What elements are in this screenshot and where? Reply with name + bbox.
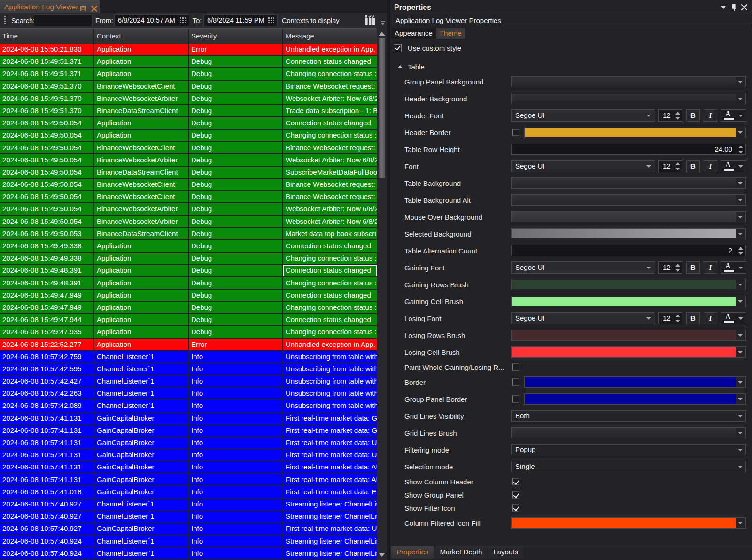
cell-context[interactable]: ChannelListener`1 [94, 548, 189, 559]
combobox-dropdown-icon[interactable] [738, 216, 743, 218]
cell-time[interactable]: 2024-06-08 15:49:50.054 [0, 117, 94, 129]
cell-message[interactable]: First real-time market data: GB [283, 425, 377, 436]
numeric-spinner[interactable] [738, 247, 743, 255]
table-row[interactable]: 2024-06-08 10:57:40.927GainCapitalBroker… [0, 523, 377, 535]
table-row[interactable]: 2024-06-08 15:49:47.949ApplicationDebugC… [0, 290, 377, 302]
combobox-dropdown-icon[interactable] [738, 165, 743, 168]
log-table-vertical-scrollbar[interactable] [377, 28, 387, 560]
table-row[interactable]: 2024-06-08 15:49:48.391ApplicationDebugC… [0, 277, 377, 290]
cell-message[interactable]: Streaming listener ChannelLis [283, 548, 377, 559]
brush-combobox[interactable] [511, 330, 746, 341]
combobox-dropdown-icon[interactable] [738, 415, 743, 417]
cell-context[interactable]: Application [94, 130, 189, 141]
spinner-down-icon[interactable] [675, 269, 680, 272]
cell-message[interactable]: First real-time market data: GB [283, 413, 377, 424]
spinner-up-icon[interactable] [675, 315, 680, 317]
cell-message[interactable]: Binance Websocket request: {' [283, 179, 377, 190]
combobox-dropdown-icon[interactable] [738, 115, 743, 117]
cell-time[interactable]: 2024-06-08 15:49:51.370 [0, 93, 94, 104]
column-header-context[interactable]: Context [94, 29, 189, 44]
cell-severity[interactable]: Debug [189, 302, 283, 313]
panel-pin-icon[interactable] [732, 4, 736, 11]
cell-time[interactable]: 2024-06-08 15:49:50.054 [0, 142, 94, 153]
cell-time[interactable]: 2024-06-08 10:57:41.131 [0, 474, 94, 485]
cell-severity[interactable]: Info [189, 388, 283, 399]
cell-context[interactable]: BinanceWebsocketClient [94, 81, 189, 92]
font-size-spinner[interactable] [675, 315, 680, 322]
cell-context[interactable]: GainCapitalBroker [94, 461, 189, 473]
cell-time[interactable]: 2024-06-08 10:57:40.927 [0, 499, 94, 510]
cell-context[interactable]: ChannelListener`1 [94, 511, 189, 522]
select-combobox[interactable]: Single [511, 461, 746, 472]
cell-severity[interactable]: Info [189, 511, 283, 522]
bold-button[interactable]: B [686, 312, 700, 324]
cell-message[interactable]: Websocket Arbiter: Now 6/8/2 [283, 203, 377, 215]
cell-time[interactable]: 2024-06-08 10:57:41.131 [0, 413, 94, 424]
cell-time[interactable]: 2024-06-08 10:57:41.131 [0, 461, 94, 473]
font-size-spinner[interactable] [675, 112, 680, 120]
cell-message[interactable]: Unsubscribing from table with [283, 363, 377, 375]
combobox-dropdown-icon[interactable] [738, 317, 743, 320]
font-size-input[interactable]: 12 [658, 109, 682, 122]
cell-context[interactable]: BinanceWebsocketClient [94, 142, 189, 153]
brush-combobox[interactable] [511, 296, 746, 307]
cell-time[interactable]: 2024-06-08 15:49:47.949 [0, 290, 94, 301]
font-size-input[interactable]: 12 [658, 261, 682, 274]
italic-button[interactable]: I [704, 160, 717, 172]
column-header-time[interactable]: Time [0, 29, 94, 44]
cell-context[interactable]: Application [94, 117, 189, 129]
combobox-dropdown-icon[interactable] [738, 233, 743, 235]
table-group-header[interactable]: Table [398, 62, 425, 71]
cell-severity[interactable]: Debug [189, 228, 283, 239]
select-combobox[interactable]: Both [511, 410, 746, 422]
brush-combobox[interactable] [511, 211, 746, 222]
toolbar-grip-icon[interactable] [4, 16, 6, 25]
cell-severity[interactable]: Error [189, 44, 283, 55]
cell-time[interactable]: 2024-06-08 15:50:21.830 [0, 44, 94, 55]
table-row[interactable]: 2024-06-08 15:49:47.944ApplicationDebugC… [0, 314, 377, 326]
search-input[interactable] [34, 14, 93, 26]
table-row[interactable]: 2024-06-08 15:49:50.054ApplicationDebugC… [0, 117, 377, 130]
cell-message[interactable]: Websocket Arbiter: Now 6/8/2 [283, 154, 377, 166]
select-combobox[interactable]: Popup [511, 444, 746, 455]
cell-severity[interactable]: Debug [189, 142, 283, 153]
font-size-spinner[interactable] [675, 264, 680, 272]
table-row[interactable]: 2024-06-08 10:57:42.759ChannelListener`1… [0, 351, 377, 363]
cell-time[interactable]: 2024-06-08 15:49:50.054 [0, 154, 94, 166]
cell-context[interactable]: Application [94, 240, 189, 252]
cell-message[interactable]: Binance Websocket request: {' [283, 142, 377, 153]
cell-time[interactable]: 2024-06-08 15:49:47.935 [0, 326, 94, 338]
cell-context[interactable]: GainCapitalBroker [94, 486, 189, 498]
cell-severity[interactable]: Debug [189, 277, 283, 289]
cell-context[interactable]: GainCapitalBroker [94, 425, 189, 436]
table-row[interactable]: 2024-06-08 15:49:48.391ApplicationDebugC… [0, 265, 377, 277]
cell-context[interactable]: Application [94, 265, 189, 276]
brush-combobox[interactable] [511, 279, 746, 290]
combobox-dropdown-icon[interactable] [738, 199, 743, 201]
cell-time[interactable]: 2024-06-08 15:22:52.277 [0, 339, 94, 350]
combobox-dropdown-icon[interactable] [738, 284, 743, 286]
cell-severity[interactable]: Debug [189, 314, 283, 325]
cell-context[interactable]: Application [94, 326, 189, 338]
cell-severity[interactable]: Debug [189, 253, 283, 264]
cell-severity[interactable]: Debug [189, 117, 283, 129]
brush-combobox[interactable] [511, 346, 746, 358]
cell-severity[interactable]: Debug [189, 326, 283, 338]
bottom-tab-properties[interactable]: Properties [391, 546, 434, 559]
combobox-dropdown-icon[interactable] [738, 300, 743, 303]
cell-time[interactable]: 2024-06-08 15:49:51.370 [0, 105, 94, 116]
cell-context[interactable]: BinanceWebsocketClient [94, 179, 189, 190]
column-header-message[interactable]: Message [283, 29, 377, 44]
combobox-dropdown-icon[interactable] [738, 398, 743, 400]
table-row[interactable]: 2024-06-08 15:49:50.054BinanceDataStream… [0, 167, 377, 179]
spinner-down-icon[interactable] [738, 252, 743, 255]
cell-message[interactable]: Changing connection status : [283, 253, 377, 264]
column-header-severity[interactable]: Severity [189, 29, 283, 44]
float-window-icon[interactable] [80, 6, 86, 11]
table-row[interactable]: 2024-06-08 10:57:41.131GainCapitalBroker… [0, 449, 377, 461]
table-row[interactable]: 2024-06-08 15:49:51.370BinanceWebsocketA… [0, 93, 377, 105]
italic-button[interactable]: I [704, 312, 717, 324]
cell-severity[interactable]: Info [189, 486, 283, 498]
table-row[interactable]: 2024-06-08 10:57:41.131GainCapitalBroker… [0, 461, 377, 474]
property-checkbox[interactable] [512, 491, 519, 499]
